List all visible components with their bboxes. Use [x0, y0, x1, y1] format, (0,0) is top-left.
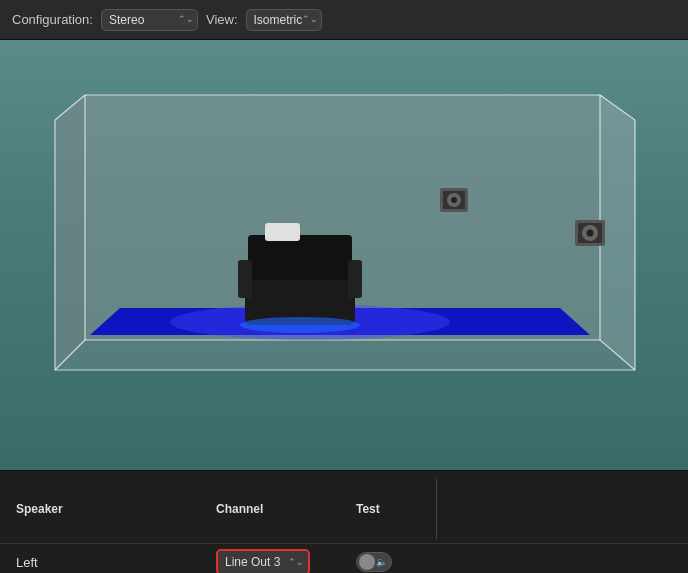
- svg-rect-20: [238, 260, 252, 298]
- svg-marker-2: [600, 95, 635, 370]
- col-header-test: Test: [356, 502, 436, 516]
- svg-point-26: [451, 197, 457, 203]
- svg-rect-19: [265, 223, 300, 241]
- table-row: Left Line Out 1 Line Out 2 Line Out 3 Li…: [0, 544, 688, 573]
- scene-area: [0, 40, 688, 470]
- view-select[interactable]: Isometric Top Front Side: [246, 9, 322, 31]
- table-header: Speaker Channel Test: [0, 471, 688, 544]
- configuration-label: Configuration:: [12, 12, 93, 27]
- svg-point-30: [587, 230, 594, 237]
- rows-area: Left Line Out 1 Line Out 2 Line Out 3 Li…: [0, 544, 688, 573]
- speaker-left-label: Left: [16, 555, 216, 570]
- test-left-toggle[interactable]: 🔈: [356, 552, 392, 572]
- header-divider: [436, 479, 437, 539]
- room-svg: [0, 40, 688, 470]
- configuration-dropdown-wrapper: Stereo Mono Surround 5.1 Surround 7.1: [101, 9, 198, 31]
- test-left-cell: 🔈: [356, 552, 436, 572]
- view-label: View:: [206, 12, 238, 27]
- bottom-panel: Speaker Channel Test Left Line Out 1 Lin…: [0, 470, 688, 573]
- svg-rect-21: [348, 260, 362, 298]
- toolbar: Configuration: Stereo Mono Surround 5.1 …: [0, 0, 688, 40]
- col-header-channel: Channel: [216, 502, 356, 516]
- svg-marker-3: [55, 340, 635, 370]
- speaker-icon: 🔈: [376, 557, 387, 567]
- channel-left-wrapper: Line Out 1 Line Out 2 Line Out 3 Line Ou…: [216, 549, 310, 573]
- channel-left-select[interactable]: Line Out 1 Line Out 2 Line Out 3 Line Ou…: [218, 551, 308, 573]
- svg-marker-1: [55, 95, 85, 370]
- channel-left-cell: Line Out 1 Line Out 2 Line Out 3 Line Ou…: [216, 549, 356, 573]
- toggle-knob: [359, 554, 375, 570]
- col-header-speaker: Speaker: [16, 502, 216, 516]
- svg-point-22: [240, 317, 360, 333]
- view-dropdown-wrapper: Isometric Top Front Side: [246, 9, 322, 31]
- svg-rect-18: [248, 235, 352, 280]
- configuration-select[interactable]: Stereo Mono Surround 5.1 Surround 7.1: [101, 9, 198, 31]
